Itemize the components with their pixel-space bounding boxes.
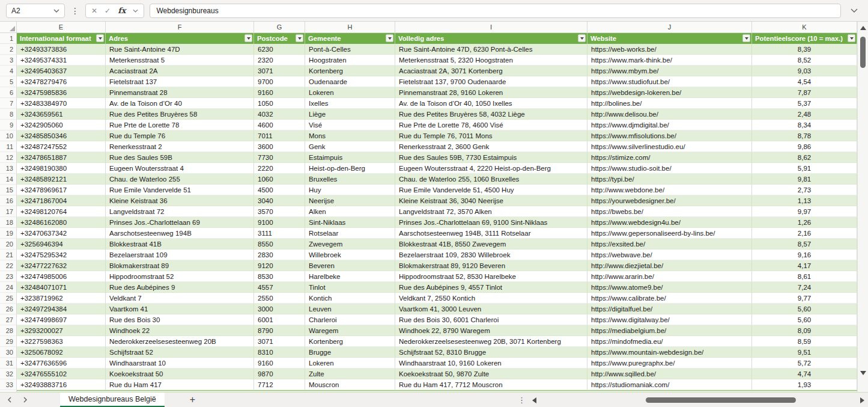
cell[interactable]: https://digitalfuel.be/ bbox=[587, 304, 752, 314]
cell[interactable]: Windhaarstraat 10, 9160 Lokeren bbox=[395, 358, 587, 369]
cell[interactable]: Sint-Niklaas bbox=[305, 217, 395, 228]
row-number[interactable]: 4 bbox=[0, 66, 17, 76]
insert-function-icon[interactable]: fx bbox=[118, 6, 126, 15]
cell[interactable]: +3256946394 bbox=[17, 239, 106, 249]
cell[interactable]: Vaartkom 41, 3000 Leuven bbox=[395, 304, 587, 314]
cell[interactable]: 3570 bbox=[254, 206, 305, 217]
cell[interactable]: Estaimpuis bbox=[305, 152, 395, 163]
row-number[interactable]: 33 bbox=[0, 379, 17, 390]
row-number[interactable]: 6 bbox=[0, 87, 17, 98]
cell[interactable]: 2,73 bbox=[752, 185, 857, 195]
table-header-E[interactable]: Internationaal formaat bbox=[17, 33, 106, 44]
cell[interactable]: 3071 bbox=[254, 336, 305, 347]
column-letter-I[interactable]: I bbox=[395, 22, 587, 32]
cell[interactable]: 8,34 bbox=[752, 120, 857, 130]
cell[interactable]: 8790 bbox=[254, 325, 305, 336]
cell[interactable]: +32483384970 bbox=[17, 98, 106, 109]
cell[interactable]: 8310 bbox=[254, 347, 305, 358]
cell[interactable]: Rue des Aubépines 9 bbox=[106, 282, 254, 293]
cell[interactable]: Eugeen Woutersstraat 4, 2220 Heist-op-de… bbox=[395, 163, 587, 174]
cell[interactable]: +32485850346 bbox=[17, 130, 106, 141]
cell[interactable]: 9,86 bbox=[752, 141, 857, 152]
cell[interactable]: +32493373836 bbox=[17, 44, 106, 55]
column-letter-J[interactable]: J bbox=[587, 22, 752, 32]
cell[interactable]: Rue du Ham 417 bbox=[106, 379, 254, 390]
cell[interactable]: Neerijse bbox=[305, 195, 395, 206]
cell[interactable]: Pinnemanstraat 28, 9160 Lokeren bbox=[395, 87, 587, 98]
row-number[interactable]: 28 bbox=[0, 325, 17, 336]
horizontal-scrollbar[interactable] bbox=[542, 397, 857, 403]
next-sheet-icon[interactable] bbox=[16, 397, 35, 403]
cell[interactable]: Rue Saint-Antoine 47D, 6230 Pont-à-Celle… bbox=[395, 44, 587, 55]
cell[interactable]: +3238719962 bbox=[17, 293, 106, 304]
cell[interactable]: Prinses Jos.-Charlottelaan 69 bbox=[106, 217, 254, 228]
row-number[interactable]: 23 bbox=[0, 271, 17, 282]
cancel-icon[interactable]: ✕ bbox=[91, 7, 97, 15]
filter-dropdown-icon[interactable] bbox=[244, 34, 252, 42]
cell[interactable]: Blokmakerstraat 89 bbox=[106, 260, 254, 271]
cell[interactable]: http://www.ararin.be/ bbox=[587, 271, 752, 282]
cell[interactable]: https://www.gepersonaliseerd-by-lins.be/ bbox=[587, 228, 752, 239]
row-number[interactable]: 11 bbox=[0, 141, 17, 152]
cell[interactable]: Veldkant 7, 2550 Kontich bbox=[395, 293, 587, 304]
cell[interactable]: 9700 bbox=[254, 76, 305, 87]
cell[interactable]: https://exsited.be/ bbox=[587, 239, 752, 249]
enter-icon[interactable]: ✓ bbox=[105, 7, 111, 15]
cell[interactable]: Rue du Temple 76, 7011 Mons bbox=[395, 130, 587, 141]
cell[interactable]: 4032 bbox=[254, 109, 305, 120]
cell[interactable]: Oudenaarde bbox=[305, 76, 395, 87]
cell[interactable]: +32497294384 bbox=[17, 304, 106, 314]
column-letter-H[interactable]: H bbox=[305, 22, 395, 32]
cell[interactable]: Visé bbox=[305, 120, 395, 130]
table-header-H[interactable]: Gemeente bbox=[305, 33, 395, 44]
row-number[interactable]: 7 bbox=[0, 98, 17, 109]
cell[interactable]: Kleine Keistraat 36, 3040 Neerijse bbox=[395, 195, 587, 206]
cell[interactable]: Windhoek 22, 8790 Waregem bbox=[395, 325, 587, 336]
cell[interactable]: +32478651887 bbox=[17, 152, 106, 163]
row-number[interactable]: 30 bbox=[0, 347, 17, 358]
cell[interactable]: https://webdesign-lokeren.be/ bbox=[587, 87, 752, 98]
select-all-corner[interactable] bbox=[0, 22, 17, 32]
cell[interactable]: Windhaarstraat 10 bbox=[106, 358, 254, 369]
row-number[interactable]: 12 bbox=[0, 152, 17, 163]
cell[interactable]: 9120 bbox=[254, 260, 305, 271]
cell[interactable]: Acaciastraat 2A, 3071 Kortenberg bbox=[395, 66, 587, 76]
cell[interactable]: 9,81 bbox=[752, 174, 857, 185]
cell[interactable]: Rue du Ham 417, 7712 Mouscron bbox=[395, 379, 587, 390]
row-number[interactable]: 15 bbox=[0, 185, 17, 195]
cell[interactable]: Schijfstraat 52, 8310 Brugge bbox=[395, 347, 587, 358]
row-number[interactable]: 32 bbox=[0, 369, 17, 379]
cell[interactable]: 3111 bbox=[254, 228, 305, 239]
cell[interactable]: Rue Emile Vandervelde 51 bbox=[106, 185, 254, 195]
row-number[interactable]: 19 bbox=[0, 228, 17, 239]
row-number[interactable]: 22 bbox=[0, 260, 17, 271]
column-letter-G[interactable]: G bbox=[254, 22, 305, 32]
cell[interactable]: Koekoekstraat 50, 9870 Zulte bbox=[395, 369, 587, 379]
cell[interactable]: Heist-op-den-Berg bbox=[305, 163, 395, 174]
table-header-I[interactable]: Volledig adres bbox=[395, 33, 587, 44]
cell[interactable]: Renerkesstraat 2, 3600 Genk bbox=[395, 141, 587, 152]
cell[interactable]: Rue des Saules 59B, 7730 Estaimpuis bbox=[395, 152, 587, 163]
cell[interactable]: Kortenberg bbox=[305, 336, 395, 347]
cell[interactable]: +32484071071 bbox=[17, 282, 106, 293]
cell[interactable]: 2550 bbox=[254, 293, 305, 304]
cell[interactable]: Rue des Petites Bruyères 58, 4032 Liège bbox=[395, 109, 587, 120]
cell[interactable]: +32485892121 bbox=[17, 174, 106, 185]
cell[interactable]: 7,87 bbox=[752, 87, 857, 98]
cell[interactable]: 8,59 bbox=[752, 336, 857, 347]
cell[interactable]: Rotselaar bbox=[305, 228, 395, 239]
cell[interactable]: 8530 bbox=[254, 271, 305, 282]
row-number[interactable]: 2 bbox=[0, 44, 17, 55]
cell[interactable]: https://stimize.com/ bbox=[587, 152, 752, 163]
cell[interactable]: Koekoekstraat 50 bbox=[106, 369, 254, 379]
cell[interactable]: 3600 bbox=[254, 141, 305, 152]
cell[interactable]: https://www.silverlinestudio.eu/ bbox=[587, 141, 752, 152]
kebab-menu-icon[interactable]: ⋮ bbox=[518, 396, 526, 405]
cell[interactable]: http://www.sqilled.be/ bbox=[587, 369, 752, 379]
cell[interactable]: Rue des Bois 30 bbox=[106, 314, 254, 325]
cell[interactable]: Hoogstraten bbox=[305, 55, 395, 66]
cell[interactable]: +32486162080 bbox=[17, 217, 106, 228]
cell[interactable]: 5,37 bbox=[752, 98, 857, 109]
cell[interactable]: +3293200027 bbox=[17, 325, 106, 336]
add-sheet-button[interactable]: + bbox=[185, 395, 200, 405]
